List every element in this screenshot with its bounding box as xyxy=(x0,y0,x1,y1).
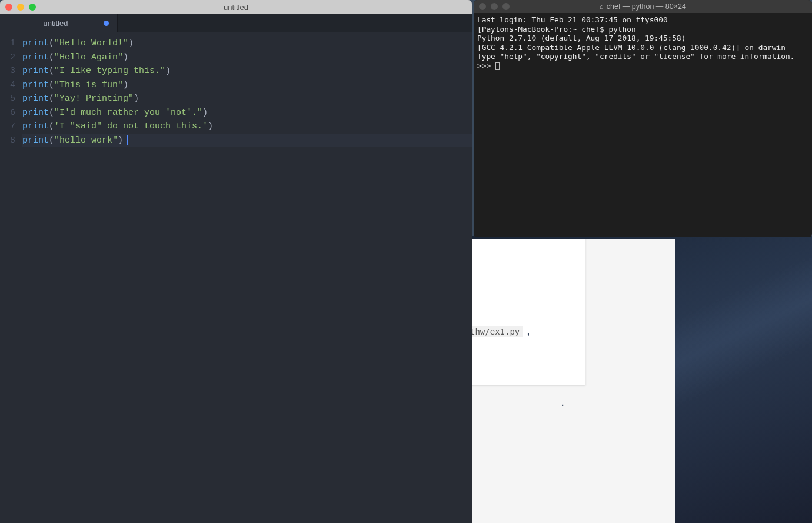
terminal-window: ⌂ chef — python — 80×24 Last login: Thu … xyxy=(474,0,812,237)
line-number: 4 xyxy=(0,78,15,92)
terminal-titlebar[interactable]: ⌂ chef — python — 80×24 xyxy=(474,0,812,13)
terminal-line: Last login: Thu Feb 21 00:37:45 on ttys0… xyxy=(477,15,808,25)
line-number: 7 xyxy=(0,120,15,134)
line-number: 6 xyxy=(0,106,15,120)
terminal-body[interactable]: Last login: Thu Feb 21 00:37:45 on ttys0… xyxy=(474,13,812,72)
code-line[interactable]: print("This is fun") xyxy=(22,78,472,92)
code-line[interactable]: print('I "said" do not touch this.') xyxy=(22,120,472,134)
editor-tabbar: untitled xyxy=(0,14,472,32)
line-number: 5 xyxy=(0,92,15,106)
terminal-title: ⌂ chef — python — 80×24 xyxy=(600,2,686,11)
editor-tab[interactable]: untitled xyxy=(0,14,118,32)
doc-text: , xyxy=(523,323,530,337)
unsaved-indicator-icon xyxy=(104,21,109,26)
terminal-title-text: chef — python — 80×24 xyxy=(607,2,686,11)
editor-window: untitled untitled 12345678 print("Hello … xyxy=(0,0,472,523)
text-cursor xyxy=(127,135,128,145)
code-line[interactable]: print("hello work") xyxy=(22,134,472,148)
terminal-cursor xyxy=(495,62,500,70)
line-number-gutter: 12345678 xyxy=(0,32,22,523)
code-line[interactable]: print("I'd much rather you 'not'.") xyxy=(22,106,472,120)
line-number: 1 xyxy=(0,37,15,51)
line-number: 3 xyxy=(0,64,15,78)
line-number: 2 xyxy=(0,51,15,65)
code-line[interactable]: print("Hello World!") xyxy=(22,37,472,51)
terminal-line: Type "help", "copyright", "credits" or "… xyxy=(477,52,808,61)
terminal-line: Python 2.7.10 (default, Aug 17 2018, 19:… xyxy=(477,34,808,43)
terminal-line: [Paytons-MacBook-Pro:~ chef$ python xyxy=(477,25,808,34)
code-line[interactable]: print("Yay! Printing") xyxy=(22,92,472,106)
code-line[interactable]: print("I like typing this.") xyxy=(22,64,472,78)
close-button[interactable] xyxy=(5,4,12,11)
doc-paragraph-2: . ure you use the n lpthw/ex1.py , y . I… xyxy=(472,321,564,361)
terminal-line: [GCC 4.2.1 Compatible Apple LLVM 10.0.0 … xyxy=(477,43,808,52)
code-line[interactable]: print("Hello Again") xyxy=(22,51,472,65)
maximize-button[interactable] xyxy=(502,3,510,10)
minimize-button[interactable] xyxy=(17,4,24,11)
doc-paragraph-1: gain. Close your . xyxy=(472,251,564,269)
maximize-button[interactable] xyxy=(29,4,36,11)
minimize-button[interactable] xyxy=(491,3,498,10)
doc-code-inline: lpthw/ex1.py xyxy=(472,326,523,337)
home-icon: ⌂ xyxy=(600,3,604,10)
document-window: gain. Close your . . ure you use the n l… xyxy=(472,239,675,523)
editor-body[interactable]: 12345678 print("Hello World!")print("Hel… xyxy=(0,32,472,523)
window-title: untitled xyxy=(224,3,248,12)
window-controls xyxy=(5,4,36,11)
editor-titlebar[interactable]: untitled xyxy=(0,0,472,14)
tab-label: untitled xyxy=(44,19,68,28)
document-page: gain. Close your . . ure you use the n l… xyxy=(472,239,585,385)
code-editor-area[interactable]: print("Hello World!")print("Hello Again"… xyxy=(22,32,472,523)
window-controls xyxy=(479,3,510,10)
terminal-line: >>> xyxy=(477,61,808,71)
close-button[interactable] xyxy=(479,3,486,10)
line-number: 8 xyxy=(0,134,15,148)
